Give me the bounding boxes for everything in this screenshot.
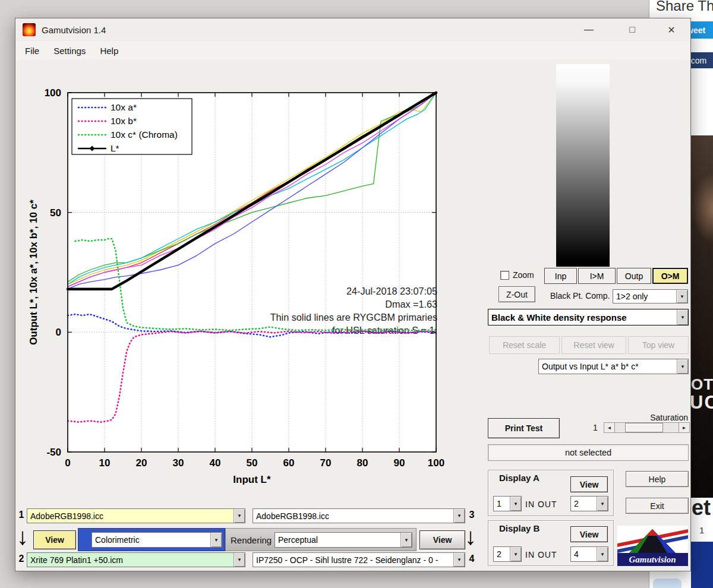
response-combo[interactable]: Black & White density response ▼: [488, 309, 689, 325]
chevron-down-icon[interactable]: ▼: [597, 547, 608, 561]
menubar: File Settings Help: [15, 41, 690, 60]
svg-text:24-Jul-2018 23:07:05: 24-Jul-2018 23:07:05: [346, 286, 437, 296]
svg-text:10: 10: [99, 457, 111, 469]
menu-help[interactable]: Help: [93, 41, 125, 60]
inp-button[interactable]: Inp: [544, 268, 577, 284]
black-pt-value: 1>2 only: [613, 290, 676, 303]
svg-text:100: 100: [45, 87, 61, 99]
photo-text-line1: OT: [691, 375, 713, 394]
svg-text:Thin solid lines are RYGCBM pr: Thin solid lines are RYGCBM primaries: [270, 312, 437, 323]
help-button[interactable]: Help: [626, 471, 689, 487]
reset-view-button[interactable]: Reset view: [561, 336, 626, 354]
display-a-inout-label: IN OUT: [525, 500, 568, 509]
promo-block: et 1: [691, 498, 713, 542]
photo-text-line2: UC: [690, 392, 713, 413]
intent-left-panel: Colorimetric ▼: [78, 528, 225, 551]
rendering-label: Rendering: [231, 535, 272, 545]
black-pt-label: Black Pt. Comp.: [550, 291, 611, 301]
svg-text:70: 70: [320, 457, 332, 469]
svg-text:80: 80: [357, 457, 368, 469]
chevron-down-icon[interactable]: ▼: [510, 547, 521, 561]
svg-text:0: 0: [56, 327, 61, 338]
plot-select-combo[interactable]: Output vs Input L* a* b* c* ▼: [538, 359, 689, 374]
saturation-label: Saturation: [627, 413, 688, 422]
chevron-down-icon[interactable]: ▼: [234, 509, 245, 523]
display-b-title: Display B: [499, 523, 540, 533]
display-a-in-value: 1: [494, 497, 510, 511]
outp-button[interactable]: Outp: [617, 268, 651, 284]
print-test-button[interactable]: Print Test: [488, 418, 560, 438]
o-to-m-button[interactable]: O>M: [652, 268, 688, 284]
z-out-button[interactable]: Z-Out: [499, 286, 535, 302]
svg-text:50: 50: [247, 457, 258, 469]
saturation-value: 1: [591, 423, 600, 432]
close-button[interactable]: ✕: [652, 18, 690, 41]
scroll-right-icon[interactable]: ►: [679, 423, 689, 432]
intent-right-combo[interactable]: Perceptual ▼: [275, 532, 412, 548]
chevron-down-icon[interactable]: ▼: [597, 497, 608, 511]
promo-blue-strip: [691, 542, 713, 588]
logo-text: Gamutvision: [629, 555, 676, 564]
profile2-combo[interactable]: Xrite 769 Platin1 +50.icm ▼: [27, 552, 245, 567]
top-view-button[interactable]: Top view: [628, 336, 689, 354]
profile4-combo[interactable]: IP7250 - OCP - Sihl lustre 722 - Seideng…: [253, 552, 465, 567]
slot2-number: 2: [17, 554, 26, 564]
display-b-out-combo[interactable]: 4 ▼: [570, 546, 608, 562]
svg-text:Output L*, 10x a*, 10x b*, 10: Output L*, 10x a*, 10x b*, 10 c*: [28, 200, 39, 345]
minimize-button[interactable]: —: [570, 18, 608, 41]
chart: 24-Jul-2018 23:07:05Dmax =1.63Thin solid…: [27, 78, 479, 488]
menu-settings[interactable]: Settings: [46, 41, 93, 60]
status-bar: not selected: [488, 444, 689, 461]
chevron-down-icon[interactable]: ▼: [677, 309, 688, 325]
svg-text:60: 60: [283, 457, 295, 469]
exit-button[interactable]: Exit: [626, 498, 689, 514]
slot4-number: 4: [468, 554, 476, 564]
checkbox-box[interactable]: [500, 271, 509, 280]
view-right-button[interactable]: View: [419, 530, 465, 549]
intent-left-combo[interactable]: Colorimetric ▼: [92, 532, 222, 548]
chevron-down-icon[interactable]: ▼: [453, 509, 465, 523]
close-icon: ✕: [667, 24, 675, 36]
zoom-checkbox[interactable]: Zoom: [500, 270, 534, 280]
display-b-in-combo[interactable]: 2 ▼: [493, 546, 522, 562]
profile4-value: IP7250 - OCP - Sihl lustre 722 - Seideng…: [253, 553, 453, 567]
scroll-left-icon[interactable]: ◄: [604, 423, 615, 432]
gamutvision-logo: Gamutvision: [617, 526, 688, 566]
rendering-panel: Rendering Perceptual ▼: [225, 528, 417, 551]
display-b-in-value: 2: [494, 547, 510, 561]
chevron-down-icon[interactable]: ▼: [210, 533, 222, 547]
svg-text:30: 30: [173, 457, 184, 469]
minimize-icon: —: [584, 24, 594, 35]
black-pt-combo[interactable]: 1>2 only ▼: [613, 289, 688, 304]
profile1-combo[interactable]: AdobeRGB1998.icc ▼: [27, 508, 245, 523]
display-a-out-value: 2: [571, 497, 597, 511]
scrollbar-thumb[interactable]: [625, 423, 663, 432]
i-to-m-button[interactable]: I>M: [578, 268, 616, 284]
display-a-view-button[interactable]: View: [570, 476, 608, 492]
chevron-down-icon[interactable]: ▼: [234, 553, 245, 567]
scrollbar-track[interactable]: [615, 423, 679, 432]
display-a-out-combo[interactable]: 2 ▼: [570, 496, 608, 511]
chevron-down-icon[interactable]: ▼: [400, 533, 412, 547]
maximize-button[interactable]: □: [613, 18, 651, 41]
profile3-combo[interactable]: AdobeRGB1998.icc ▼: [253, 508, 465, 523]
reset-scale-button[interactable]: Reset scale: [489, 336, 560, 354]
display-b-view-button[interactable]: View: [570, 526, 608, 542]
chevron-down-icon[interactable]: ▼: [677, 359, 688, 374]
saturation-scrollbar[interactable]: ◄ ►: [604, 422, 690, 433]
chevron-down-icon[interactable]: ▼: [676, 290, 687, 303]
profile1-value: AdobeRGB1998.icc: [27, 509, 234, 523]
slot1-number: 1: [17, 510, 26, 520]
chevron-down-icon[interactable]: ▼: [510, 497, 521, 511]
menu-file[interactable]: File: [18, 41, 46, 60]
maximize-icon: □: [629, 24, 635, 35]
display-a-in-combo[interactable]: 1 ▼: [493, 496, 522, 511]
chevron-down-icon[interactable]: ▼: [453, 553, 465, 567]
view-left-button[interactable]: View: [33, 530, 76, 549]
share-heading: Share Th: [656, 0, 713, 14]
down-arrow-icon: ↓: [17, 523, 29, 549]
profile3-value: AdobeRGB1998.icc: [253, 509, 453, 523]
svg-text:-50: -50: [46, 447, 61, 458]
zoom-label: Zoom: [513, 270, 534, 280]
profile2-value: Xrite 769 Platin1 +50.icm: [27, 553, 234, 567]
